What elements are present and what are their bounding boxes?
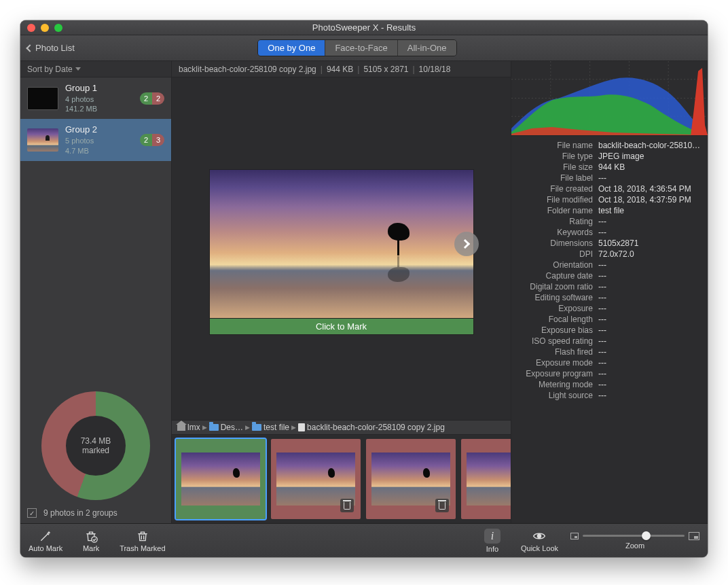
metadata-row: Digital zoom ratio --- [518,281,701,292]
metadata-row: Capture date --- [518,270,701,281]
metadata-row: Exposure bias --- [518,325,701,336]
metadata-value: --- [598,358,701,368]
auto-mark-button[interactable]: Auto Mark [29,529,62,552]
app-window: PhotoSweeper X - Results Photo List One … [20,20,708,557]
file-info-strip: backlit-beach-color-258109 copy 2.jpg | … [172,61,511,77]
seg-all-in-one[interactable]: All-in-One [398,40,456,56]
metadata-label: Orientation [518,260,598,270]
metadata-label: File size [518,162,598,172]
folder-icon [252,424,261,431]
strip-dimensions: 5105 x 2871 [363,65,408,74]
view-mode-segmented: One by One Face-to-Face All-in-One [257,39,456,56]
seg-face-to-face[interactable]: Face-to-Face [325,40,397,56]
metadata-row: File modified Oct 18, 2018, 4:37:59 PM [518,194,701,205]
strip-date: 10/18/18 [419,65,451,74]
svg-point-8 [538,534,541,537]
auto-mark-label: Auto Mark [29,544,62,552]
zoom-large-icon[interactable] [689,532,699,540]
group-size: 141.2 MB [65,104,133,113]
seg-one-by-one[interactable]: One by One [258,40,325,56]
thumb-image [371,453,450,506]
metadata-label: Focal length [518,315,598,324]
maximize-icon[interactable] [54,24,62,32]
chevron-right-icon [460,239,470,249]
metadata-label: Rating [518,217,598,226]
filmstrip-item[interactable] [461,439,511,519]
sort-label: Sort by Date [27,65,73,74]
filmstrip-item[interactable] [366,439,456,519]
histogram [511,61,708,136]
trash-badge-icon [340,499,354,512]
next-button[interactable] [454,232,479,256]
quick-look-label: Quick Look [521,544,558,552]
metadata-label: Capture date [518,271,598,281]
metadata-row: ISO speed rating --- [518,336,701,347]
group-list: Group 1 4 photos 141.2 MB 2 2 Group 2 5 … [20,77,171,161]
group-count: 5 photos [65,136,133,145]
metadata-value: Oct 18, 2018, 4:37:59 PM [598,195,701,205]
trash-icon [135,529,150,543]
minimize-icon[interactable] [41,24,49,32]
bottombar: Auto Mark Mark Trash Marked i Info Quick… [20,523,708,557]
group-item[interactable]: Group 2 5 photos 4.7 MB 2 3 [20,119,171,160]
metadata-row: Light source --- [518,390,701,401]
sort-dropdown[interactable]: Sort by Date [20,61,171,77]
crumb-0[interactable]: lmx [187,423,200,432]
metadata-value: --- [598,282,701,291]
filmstrip-item[interactable] [271,439,361,519]
trash-marked-button[interactable]: Trash Marked [120,529,165,552]
metadata-row: File size 944 KB [518,162,701,173]
metadata-label: File created [518,184,598,194]
info-button[interactable]: i Info [476,529,509,553]
metadata-label: Exposure program [518,369,598,378]
metadata-row: File created Oct 18, 2018, 4:36:54 PM [518,183,701,194]
zoom-small-icon[interactable] [570,533,579,539]
close-icon[interactable] [27,24,35,32]
metadata-row: Dimensions 5105x2871 [518,238,701,249]
metadata-value: --- [598,315,701,324]
group-size: 4.7 MB [65,146,133,156]
crumb-2[interactable]: test file [263,423,289,432]
breadcrumb[interactable]: lmx ▶ Des… ▶ test file ▶ backlit-beach-c… [172,420,511,435]
thumb-image [467,453,511,506]
metadata-value: --- [598,260,701,270]
crumb-1[interactable]: Des… [221,423,243,432]
caret-down-icon [75,67,81,71]
select-all-checkbox[interactable]: ✓ [27,508,37,518]
metadata-value: --- [598,217,701,226]
thumb-image [276,453,355,506]
back-label: Photo List [35,43,75,53]
quick-look-button[interactable]: Quick Look [521,529,558,552]
metadata-row: Keywords --- [518,227,701,238]
metadata-label: Editing software [518,293,598,302]
metadata-label: File type [518,152,598,161]
metadata-value: 944 KB [598,162,701,172]
zoom-slider[interactable] [583,535,685,537]
metadata-value: --- [598,293,701,302]
preview-image[interactable] [209,169,474,319]
click-to-mark-button[interactable]: Click to Mark [209,319,474,335]
filmstrip-item[interactable] [176,439,266,519]
metadata-row: File label --- [518,173,701,183]
group-thumb [27,87,58,110]
keep-badge: 2 [140,134,152,146]
metadata-label: ISO speed rating [518,336,598,346]
metadata-value: --- [598,391,701,400]
metadata-value: --- [598,325,701,335]
eye-icon [530,529,548,543]
metadata-value: test file [598,206,701,215]
group-item[interactable]: Group 1 4 photos 141.2 MB 2 2 [20,77,171,119]
trash-marked-label: Trash Marked [120,544,165,552]
metadata-row: Exposure --- [518,303,701,314]
crumb-3[interactable]: backlit-beach-color-258109 copy 2.jpg [307,423,445,432]
back-button[interactable]: Photo List [27,43,75,53]
metadata-label: File label [518,173,598,183]
mark-button[interactable]: Mark [75,529,107,552]
metadata-panel: File name backlit-beach-color-258109…Fil… [511,136,708,523]
metadata-row: Exposure mode --- [518,357,701,368]
thumb-image [181,453,260,506]
metadata-row: Exposure program --- [518,368,701,379]
metadata-row: DPI 72.0x72.0 [518,249,701,260]
center-panel: backlit-beach-color-258109 copy 2.jpg | … [172,61,511,523]
metadata-row: File type JPEG image [518,151,701,162]
